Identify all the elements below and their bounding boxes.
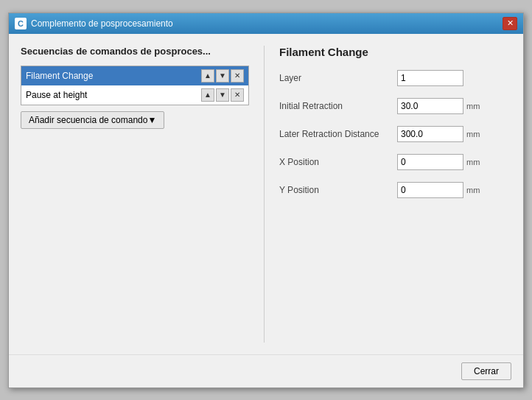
- move-down-filament-button[interactable]: ▼: [216, 69, 229, 83]
- initial-retraction-unit: mm: [466, 102, 484, 110]
- layer-label: Layer: [279, 73, 397, 83]
- left-panel: Secuencias de comandos de posproces... F…: [21, 46, 249, 343]
- field-row-layer: Layer: [279, 70, 511, 86]
- field-row-y-position: Y Position mm: [279, 182, 511, 198]
- cerrar-button[interactable]: Cerrar: [461, 362, 511, 380]
- x-position-unit: mm: [466, 158, 484, 166]
- window-footer: Cerrar: [9, 354, 523, 387]
- sequence-item-label-pause: Pause at height: [26, 90, 201, 100]
- title-bar: C Complemento de posprocesamiento ✕: [9, 13, 523, 34]
- y-position-label: Y Position: [279, 185, 397, 195]
- vertical-divider: [264, 46, 265, 343]
- left-panel-title: Secuencias de comandos de posproces...: [21, 46, 249, 57]
- title-bar-buttons: ✕: [503, 17, 517, 30]
- main-window: C Complemento de posprocesamiento ✕ Secu…: [8, 13, 524, 388]
- x-position-label: X Position: [279, 157, 397, 167]
- later-retraction-unit: mm: [466, 130, 484, 138]
- sequence-item-filament-change[interactable]: Filament Change ▲ ▼ ✕: [21, 66, 248, 85]
- sequence-item-pause-at-height[interactable]: Pause at height ▲ ▼ ✕: [21, 85, 248, 105]
- move-down-pause-button[interactable]: ▼: [216, 88, 229, 102]
- sequence-list: Filament Change ▲ ▼ ✕ Pause at height ▲ …: [21, 66, 249, 105]
- y-position-unit: mm: [466, 186, 484, 194]
- sequence-item-label: Filament Change: [26, 71, 201, 81]
- initial-retraction-label: Initial Retraction: [279, 101, 397, 111]
- x-position-input[interactable]: [397, 154, 463, 170]
- remove-filament-button[interactable]: ✕: [231, 69, 244, 83]
- right-panel-title: Filament Change: [279, 46, 511, 58]
- close-window-button[interactable]: ✕: [503, 17, 517, 30]
- item-controls-pause: ▲ ▼ ✕: [201, 88, 244, 102]
- add-sequence-button[interactable]: Añadir secuencia de comando▼: [21, 111, 164, 129]
- right-panel: Filament Change Layer Initial Retraction…: [279, 46, 511, 343]
- initial-retraction-input[interactable]: [397, 98, 463, 114]
- app-icon: C: [15, 18, 27, 29]
- window-title: Complemento de posprocesamiento: [31, 18, 503, 29]
- field-row-later-retraction: Later Retraction Distance mm: [279, 126, 511, 142]
- field-row-x-position: X Position mm: [279, 154, 511, 170]
- y-position-input[interactable]: [397, 182, 463, 198]
- field-row-initial-retraction: Initial Retraction mm: [279, 98, 511, 114]
- later-retraction-label: Later Retraction Distance: [279, 129, 397, 139]
- move-up-pause-button[interactable]: ▲: [201, 88, 214, 102]
- move-up-filament-button[interactable]: ▲: [201, 69, 214, 83]
- window-content: Secuencias de comandos de posproces... F…: [9, 34, 523, 354]
- remove-pause-button[interactable]: ✕: [231, 88, 244, 102]
- layer-input[interactable]: [397, 70, 463, 86]
- item-controls-filament: ▲ ▼ ✕: [201, 69, 244, 83]
- later-retraction-input[interactable]: [397, 126, 463, 142]
